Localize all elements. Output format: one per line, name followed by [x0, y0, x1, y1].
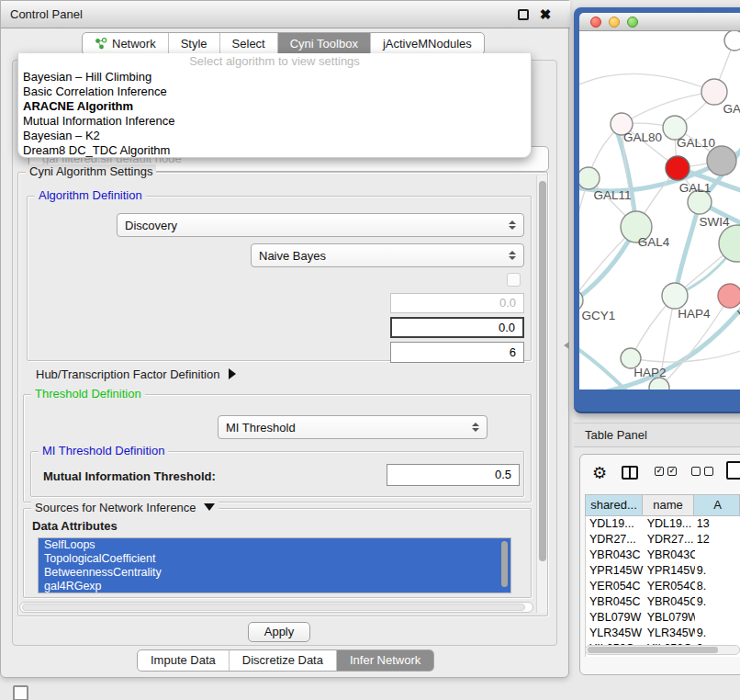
network-node-gal11[interactable] [579, 167, 600, 189]
algorithm-option[interactable]: Basic Correlation Inference [18, 85, 531, 99]
table-row[interactable]: YLR345W YLR345W 9. [586, 626, 740, 641]
algorithm-option[interactable]: Dream8 DC_TDC Algorithm [18, 143, 531, 158]
attribute-item[interactable]: gal4RGexp [39, 580, 510, 593]
settings-horizontal-scrollbar[interactable] [19, 602, 533, 613]
network-node-salmon[interactable] [718, 284, 740, 308]
network-node-gal1[interactable] [666, 156, 690, 180]
cell-name[interactable]: YBR043C [644, 548, 695, 563]
cell-shared[interactable]: YBL079W [586, 610, 644, 626]
cell-value[interactable]: 9. [695, 563, 740, 579]
deselect-all-checkbox-icon[interactable] [691, 467, 701, 476]
control-panel-titlebar[interactable]: Control Panel ✖ [1, 1, 570, 28]
sources-group-title[interactable]: Sources for Network Inference [31, 501, 219, 514]
dpi-tolerance-field[interactable]: 0.0 [390, 317, 524, 338]
cell-value[interactable]: 12 [695, 532, 740, 548]
network-node-gal[interactable] [701, 79, 727, 105]
mi-threshold-field[interactable]: 0.5 [387, 464, 520, 486]
table-row[interactable]: YDR27... YDR27... 12 [586, 532, 740, 548]
cell-value[interactable]: 13 [695, 516, 740, 532]
cell-value[interactable]: 9. [695, 594, 740, 610]
tab-jactivemnodules[interactable]: jActiveMNodules [370, 33, 484, 54]
attribute-item[interactable]: SelfLoops [39, 538, 510, 552]
algorithm-option-selected[interactable]: ARACNE Algorithm [18, 99, 531, 114]
table-row[interactable]: YBR043C YBR043C [586, 548, 740, 563]
node-label-gal-cut: GAL [723, 102, 740, 116]
mi-steps-field[interactable]: 6 [390, 342, 524, 363]
network-window-titlebar[interactable] [579, 13, 740, 31]
new-table-icon[interactable] [726, 461, 740, 480]
gear-icon[interactable]: ⚙ [592, 463, 607, 483]
table-row[interactable]: YBL079W YBL079W [586, 610, 740, 626]
tab-select[interactable]: Select [219, 33, 277, 54]
which-threshold-select[interactable]: MI Threshold [218, 415, 488, 439]
cell-shared[interactable]: YDL19... [586, 516, 644, 532]
table-row[interactable]: YBR045C YBR045C 9. [586, 594, 740, 610]
column-header-extra[interactable]: A [694, 494, 740, 516]
tab-style[interactable]: Style [168, 33, 219, 54]
tab-discretize-data[interactable]: Discretize Data [229, 650, 336, 671]
close-window-icon[interactable]: ✖ [536, 5, 555, 25]
scrollbar-thumb[interactable] [22, 604, 525, 611]
select-all-checkbox-icon[interactable]: ✓ [655, 467, 664, 476]
table-row[interactable]: YER054C YER054C 8. [586, 579, 740, 594]
network-node-hap4[interactable] [662, 283, 688, 309]
cell-shared[interactable]: YER054C [586, 579, 644, 594]
cell-shared[interactable]: YLR345W [586, 626, 644, 641]
cell-shared[interactable]: YBR043C [586, 548, 644, 563]
columns-icon[interactable] [622, 466, 638, 480]
cell-value[interactable]: 8. [695, 579, 740, 594]
network-view-window: GAL80 GAL10 GAL1 GAL11 SWI4 GAL4 GCY1 HA… [574, 7, 740, 413]
panel-splitter-arrow[interactable] [564, 342, 569, 349]
cell-name[interactable]: YPR145W [644, 563, 695, 579]
tab-cyni-toolbox[interactable]: Cyni Toolbox [277, 33, 370, 54]
aracne-mode-select[interactable]: Discovery [117, 213, 524, 237]
cell-value[interactable]: 9. [695, 626, 740, 641]
cell-shared[interactable]: YPR145W [586, 563, 644, 579]
desktop: Control Panel ✖ Network Style Select Cyn… [0, 0, 740, 700]
apply-button[interactable]: Apply [248, 622, 310, 642]
mi-algorithm-type-select[interactable]: Naive Bayes [251, 243, 524, 267]
deselect-all-checkbox-icon[interactable] [704, 467, 713, 476]
cell-name[interactable]: YBR045C [644, 594, 695, 610]
hub-definition-toggle[interactable]: Hub/Transcription Factor Definition [36, 367, 236, 383]
column-header-shared[interactable]: shared... [585, 494, 643, 516]
scrollbar-thumb[interactable] [588, 647, 718, 653]
cell-name[interactable]: YER054C [644, 579, 695, 594]
table-horizontal-scrollbar[interactable] [585, 645, 740, 655]
table-row[interactable]: YDL19... YDL19... 13 [586, 516, 740, 532]
algorithm-option[interactable]: Bayesian – Hill Climbing [18, 70, 531, 85]
tab-impute-data[interactable]: Impute Data [138, 650, 229, 671]
algorithm-dropdown-placeholder: Select algorithm to view settings [18, 53, 531, 70]
network-canvas[interactable]: GAL80 GAL10 GAL1 GAL11 SWI4 GAL4 GCY1 HA… [579, 31, 740, 390]
cell-shared[interactable]: YDR27... [586, 532, 644, 548]
column-header-name[interactable]: name [643, 494, 694, 516]
attribute-item[interactable]: BetweennessCentrality [39, 566, 510, 580]
table-row[interactable]: YPR145W YPR145W 9. [586, 563, 740, 579]
cell-name[interactable]: YLR345W [644, 626, 695, 641]
cell-shared[interactable]: YBR045C [586, 594, 644, 610]
algorithm-option[interactable]: Bayesian – K2 [18, 129, 531, 143]
close-traffic-light-icon[interactable] [590, 17, 601, 28]
minimize-traffic-light-icon[interactable] [609, 17, 620, 28]
attribute-item[interactable]: TopologicalCoefficient [39, 552, 510, 566]
cell-value[interactable] [695, 548, 740, 563]
algorithm-option[interactable]: Mutual Information Inference [18, 114, 531, 129]
network-node[interactable] [724, 31, 740, 51]
cell-value[interactable] [695, 610, 740, 626]
tab-infer-network[interactable]: Infer Network [336, 650, 433, 671]
minimized-panel-icon[interactable] [13, 685, 28, 700]
settings-vertical-scrollbar[interactable] [536, 175, 547, 613]
cell-name[interactable]: YDR27... [644, 532, 695, 548]
network-node-gray[interactable] [707, 146, 736, 175]
kernel-width-field[interactable]: 0.0 [390, 293, 524, 313]
list-scrollbar-thumb[interactable] [501, 541, 508, 587]
scrollbar-thumb[interactable] [539, 181, 546, 561]
tab-network[interactable]: Network [83, 33, 168, 54]
data-attributes-label: Data Attributes [32, 518, 118, 535]
float-window-icon[interactable] [518, 9, 529, 20]
select-all-checkbox-icon[interactable]: ✓ [667, 467, 677, 476]
zoom-traffic-light-icon[interactable] [627, 17, 638, 28]
manual-kernel-width-checkbox[interactable] [507, 273, 521, 287]
cell-name[interactable]: YBL079W [644, 610, 695, 626]
cell-name[interactable]: YDL19... [644, 516, 695, 532]
